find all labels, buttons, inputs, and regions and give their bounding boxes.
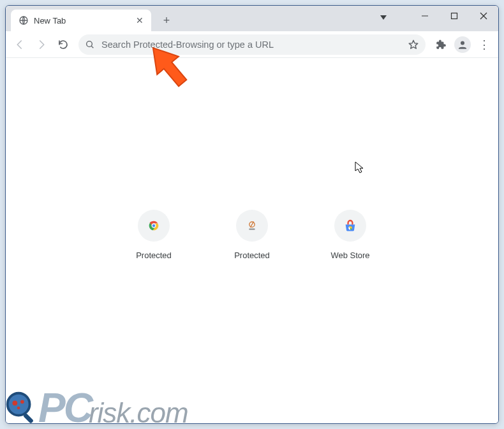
svg-point-8 bbox=[461, 41, 464, 45]
svg-line-6 bbox=[91, 46, 93, 48]
new-tab-button[interactable]: + bbox=[158, 11, 175, 29]
reload-button[interactable] bbox=[53, 34, 73, 55]
omnibox[interactable] bbox=[78, 34, 426, 55]
minimize-button[interactable] bbox=[410, 6, 440, 26]
search-icon bbox=[85, 40, 95, 50]
new-tab-content: Protected Protected bbox=[6, 58, 498, 423]
shortcut-tile[interactable]: Protected bbox=[127, 210, 181, 260]
profile-button[interactable] bbox=[452, 34, 473, 55]
tab-active[interactable]: New Tab ✕ bbox=[11, 10, 151, 31]
shortcut-label: Web Store bbox=[330, 251, 369, 260]
shortcut-tile[interactable]: Protected bbox=[225, 210, 279, 260]
close-tab-icon[interactable]: ✕ bbox=[135, 15, 145, 25]
avatar-icon bbox=[454, 36, 471, 53]
browser-window: New Tab ✕ + bbox=[5, 5, 499, 424]
svg-rect-2 bbox=[452, 13, 457, 19]
shortcut-icon bbox=[236, 210, 268, 242]
svg-rect-12 bbox=[249, 229, 255, 230]
back-button[interactable] bbox=[10, 34, 30, 55]
toolbar: ⋮ bbox=[6, 31, 498, 58]
forward-button[interactable] bbox=[31, 34, 52, 55]
shortcut-label: Protected bbox=[136, 251, 172, 260]
shortcut-label: Protected bbox=[234, 251, 270, 260]
shortcuts-row: Protected Protected bbox=[127, 210, 377, 260]
globe-icon bbox=[19, 15, 29, 25]
extensions-icon[interactable] bbox=[431, 34, 451, 55]
window-controls bbox=[410, 6, 498, 26]
menu-button[interactable]: ⋮ bbox=[474, 34, 494, 55]
shortcut-icon bbox=[138, 210, 170, 242]
bookmark-star-icon[interactable] bbox=[408, 39, 419, 50]
close-window-button[interactable] bbox=[469, 6, 498, 26]
shortcut-tile[interactable]: Web Store bbox=[323, 210, 377, 260]
svg-point-5 bbox=[87, 41, 93, 47]
titlebar: New Tab ✕ + bbox=[6, 6, 498, 31]
tab-search-icon[interactable] bbox=[377, 11, 390, 24]
tab-title: New Tab bbox=[34, 16, 66, 25]
svg-marker-7 bbox=[409, 40, 418, 48]
shortcut-icon bbox=[334, 210, 366, 242]
maximize-button[interactable] bbox=[440, 6, 469, 26]
address-input[interactable] bbox=[101, 40, 408, 50]
